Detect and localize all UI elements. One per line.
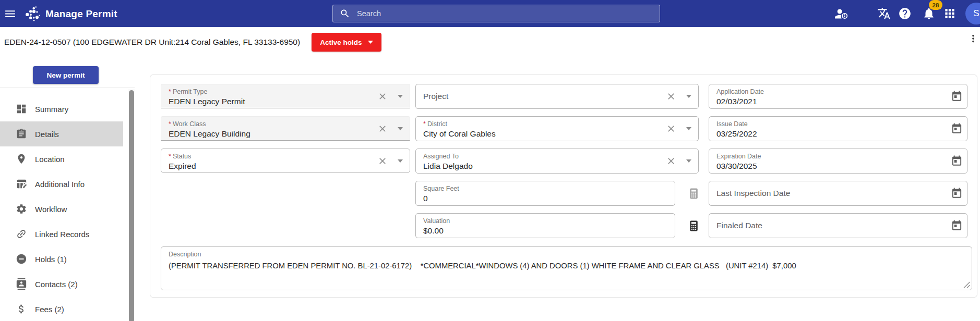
clear-icon[interactable] (377, 156, 388, 166)
dropdown-caret-icon[interactable] (686, 95, 691, 98)
clear-icon[interactable] (666, 91, 676, 102)
calendar-icon[interactable] (951, 188, 963, 200)
sidebar-item-label: Location (35, 155, 65, 164)
field-label: *Work Class (169, 120, 206, 128)
sidebar-item-details[interactable]: Details (0, 121, 123, 146)
sidebar-item-additional-info[interactable]: Additional Info (0, 171, 123, 196)
required-mark: * (423, 120, 426, 128)
dropdown-caret-icon[interactable] (398, 159, 403, 163)
expiration-date-field[interactable]: Expiration Date 03/30/2025 (709, 149, 967, 174)
issue-date-field[interactable]: Issue Date 03/25/2022 (709, 116, 967, 141)
app-bar-actions: 28 S (831, 0, 980, 27)
sidebar-item-fees[interactable]: Fees (2) (0, 297, 123, 321)
last-inspection-date-field[interactable]: Last Inspection Date (709, 181, 967, 206)
calendar-icon[interactable] (951, 220, 963, 232)
permit-type-field[interactable]: *Permit Type EDEN Legacy Permit (161, 84, 410, 108)
field-label: *Status (169, 153, 191, 160)
field-label: Issue Date (716, 120, 748, 128)
field-value: 03/25/2022 (716, 129, 757, 139)
kebab-menu-icon (967, 33, 979, 44)
global-search (332, 5, 660, 22)
sidebar-item-workflow[interactable]: Workflow (0, 196, 123, 221)
calendar-icon[interactable] (951, 123, 963, 135)
field-value: Expired (169, 162, 196, 171)
calendar-icon[interactable] (951, 91, 963, 103)
clipboard-icon (16, 128, 27, 140)
status-field[interactable]: *Status Expired (161, 149, 410, 173)
notifications-button[interactable]: 28 (918, 3, 939, 24)
sidebar-item-contacts[interactable]: Contacts (2) (0, 271, 123, 297)
contact-card-icon (16, 278, 27, 290)
sidebar-scrollbar-track[interactable] (128, 89, 135, 321)
dropdown-caret-icon[interactable] (398, 95, 403, 98)
active-holds-label: Active holds (320, 39, 362, 46)
user-avatar[interactable]: S (965, 3, 980, 24)
sidebar-item-label: Workflow (35, 205, 67, 214)
apps-grid-button[interactable] (939, 3, 960, 24)
translate-icon (877, 7, 891, 20)
square-feet-calculator-icon[interactable] (687, 187, 700, 200)
field-label: Valuation (423, 217, 450, 225)
active-holds-button[interactable]: Active holds (312, 33, 381, 52)
clear-icon[interactable] (666, 124, 676, 134)
link-icon (16, 228, 27, 240)
dropdown-caret-icon[interactable] (686, 159, 691, 163)
hamburger-menu-button[interactable] (4, 7, 17, 20)
search-input[interactable] (357, 9, 653, 18)
more-options-button[interactable] (967, 33, 979, 44)
energov-logo-icon (24, 5, 41, 22)
permit-title-bar: EDEN-24-12-0507 (100 EDGEWATER DR Unit:2… (0, 27, 980, 57)
field-value: EDEN Legacy Permit (169, 97, 245, 106)
sidebar-item-label: Fees (2) (35, 305, 64, 314)
application-date-field[interactable]: Application Date 02/03/2021 (709, 84, 967, 109)
square-feet-field[interactable]: Square Feet 0 (415, 181, 675, 206)
sidebar-item-location[interactable]: Location (0, 146, 123, 171)
work-class-field[interactable]: *Work Class EDEN Legacy Building (161, 116, 410, 141)
dropdown-caret-icon[interactable] (398, 127, 403, 130)
user-info-button[interactable] (831, 3, 852, 24)
app-bar: Manage Permit (0, 0, 980, 27)
sidebar-item-summary[interactable]: Summary (0, 96, 123, 121)
translate-button[interactable] (874, 3, 894, 24)
sidebar-item-holds[interactable]: Holds (1) (0, 246, 123, 271)
clear-icon[interactable] (377, 124, 388, 134)
field-label: Project (423, 92, 448, 101)
field-value: Lidia Delgado (423, 162, 473, 171)
resize-handle[interactable] (963, 281, 970, 288)
dollar-icon (16, 303, 27, 315)
permit-number-title: EDEN-24-12-0507 (100 EDGEWATER DR Unit:2… (4, 38, 300, 47)
dashboard-icon (16, 103, 27, 115)
calendar-icon[interactable] (951, 155, 963, 167)
assigned-to-field[interactable]: Assigned To Lidia Delgado (415, 149, 699, 174)
field-label: Description (169, 251, 201, 258)
sidebar-scrollbar-thumb[interactable] (129, 90, 134, 321)
apps-grid-icon (943, 7, 957, 20)
search-icon (340, 8, 350, 19)
valuation-field[interactable]: Valuation $0.00 (415, 213, 675, 238)
clear-icon[interactable] (666, 156, 676, 166)
caret-down-icon (368, 41, 373, 44)
sidebar-item-label: Details (35, 130, 59, 139)
dropdown-caret-icon[interactable] (686, 127, 691, 130)
project-field[interactable]: Project (415, 84, 699, 109)
sidebar-item-label: Summary (35, 105, 68, 114)
help-icon (898, 7, 912, 20)
finaled-date-field[interactable]: Finaled Date (709, 213, 967, 238)
description-field[interactable]: Description (PERMIT TRANSFERRED FROM EDE… (161, 246, 972, 290)
field-label: Assigned To (423, 153, 459, 160)
sidebar-item-linked-records[interactable]: Linked Records (0, 221, 123, 246)
map-pin-icon (16, 153, 27, 165)
table-edit-icon (16, 178, 27, 190)
sidebar-nav: Summary Details Location Additional Info… (0, 88, 135, 321)
district-field[interactable]: *District City of Coral Gables (415, 116, 699, 141)
valuation-calculator-icon[interactable] (687, 219, 700, 232)
new-permit-button[interactable]: New permit (33, 66, 99, 84)
person-info-icon (834, 7, 848, 21)
help-button[interactable] (894, 3, 915, 24)
sidebar-item-label: Linked Records (35, 230, 89, 239)
required-mark: * (169, 88, 171, 95)
details-card: *Permit Type EDEN Legacy Permit *Work Cl… (150, 75, 977, 298)
clear-icon[interactable] (377, 91, 388, 102)
field-label: *District (423, 120, 447, 128)
field-value: 03/30/2025 (716, 162, 757, 171)
